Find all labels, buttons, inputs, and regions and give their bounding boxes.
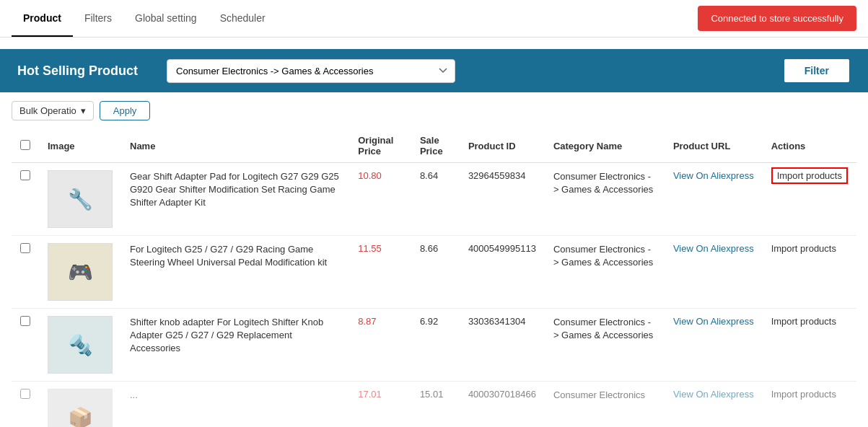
- table-row: 📦...17.0115.014000307018466Consumer Elec…: [12, 382, 856, 428]
- apply-button[interactable]: Apply: [100, 101, 151, 120]
- sale-price: 15.01: [420, 389, 444, 400]
- product-id: 4000307018466: [468, 389, 536, 400]
- import-products-link[interactable]: Import products: [771, 389, 836, 400]
- sale-price: 8.64: [420, 170, 438, 181]
- col-actions: Actions: [763, 129, 856, 163]
- filter-button[interactable]: Filter: [783, 58, 851, 84]
- tab-global-setting[interactable]: Global setting: [123, 1, 209, 37]
- row-url-cell: View On Aliexpress: [665, 309, 763, 382]
- row-sale-price-cell: 6.92: [411, 309, 460, 382]
- row-category-cell: Consumer Electronics -> Games & Accessor…: [545, 163, 665, 236]
- table-row: 🔩Shifter knob adapter For Logitech Shift…: [12, 309, 856, 382]
- row-original-price-cell: 8.87: [349, 309, 411, 382]
- select-all-checkbox[interactable]: [20, 140, 30, 150]
- view-on-aliexpress-link[interactable]: View On Aliexpress: [673, 316, 754, 327]
- row-sale-price-cell: 8.66: [411, 236, 460, 309]
- tab-product[interactable]: Product: [12, 1, 73, 37]
- col-checkbox: [12, 129, 39, 163]
- nav-tabs: Product Filters Global setting Scheduler: [12, 1, 698, 37]
- row-checkbox[interactable]: [20, 316, 30, 326]
- row-sale-price-cell: 8.64: [411, 163, 460, 236]
- row-original-price-cell: 10.80: [349, 163, 411, 236]
- product-image: 📦: [48, 389, 113, 427]
- product-name: For Logitech G25 / G27 / G29 Racing Game…: [130, 244, 327, 268]
- col-product-url: Product URL: [665, 129, 763, 163]
- header-bar: Hot Selling Product Consumer Electronics…: [0, 49, 868, 92]
- table-header-row: Image Name Original Price Sale Price Pro…: [12, 129, 856, 163]
- product-image: 🔧: [48, 170, 113, 228]
- row-product-id-cell: 4000549995113: [460, 236, 545, 309]
- category-name: Consumer Electronics -> Games & Accessor…: [553, 244, 653, 268]
- row-sale-price-cell: 15.01: [411, 382, 460, 428]
- category-name: Consumer Electronics -> Games & Accessor…: [553, 171, 653, 195]
- row-category-cell: Consumer Electronics -> Games & Accessor…: [545, 236, 665, 309]
- row-checkbox-cell: [12, 309, 39, 382]
- category-select[interactable]: Consumer Electronics -> Games & Accessor…: [167, 59, 455, 83]
- row-checkbox[interactable]: [20, 243, 30, 253]
- row-product-id-cell: 4000307018466: [460, 382, 545, 428]
- row-name-cell: ...: [121, 382, 349, 428]
- product-id: 4000549995113: [468, 243, 536, 254]
- import-products-link[interactable]: Import products: [771, 316, 836, 327]
- row-name-cell: Gear Shift Adapter Pad for Logitech G27 …: [121, 163, 349, 236]
- bulk-chevron-icon: ▾: [81, 105, 86, 116]
- row-actions-cell: Import products: [763, 163, 856, 236]
- toolbar: Bulk Operatio ▾ Apply: [0, 92, 868, 129]
- bulk-operation-select[interactable]: Bulk Operatio ▾: [12, 101, 94, 120]
- col-image: Image: [39, 129, 121, 163]
- row-name-cell: Shifter knob adapter For Logitech Shifte…: [121, 309, 349, 382]
- sale-price: 8.66: [420, 243, 438, 254]
- table-wrapper: Image Name Original Price Sale Price Pro…: [0, 129, 868, 427]
- product-table: Image Name Original Price Sale Price Pro…: [12, 129, 856, 427]
- import-products-link[interactable]: Import products: [771, 167, 848, 184]
- original-price: 11.55: [358, 243, 382, 254]
- row-product-id-cell: 33036341304: [460, 309, 545, 382]
- col-name: Name: [121, 129, 349, 163]
- col-product-id: Product ID: [460, 129, 545, 163]
- row-name-cell: For Logitech G25 / G27 / G29 Racing Game…: [121, 236, 349, 309]
- category-name: Consumer Electronics -> Games & Accessor…: [553, 317, 653, 340]
- view-on-aliexpress-link[interactable]: View On Aliexpress: [673, 243, 754, 254]
- original-price: 8.87: [358, 316, 376, 327]
- tab-scheduler[interactable]: Scheduler: [209, 1, 277, 37]
- row-original-price-cell: 11.55: [349, 236, 411, 309]
- product-id: 32964559834: [468, 170, 526, 181]
- original-price: 10.80: [358, 170, 382, 181]
- top-navigation: Product Filters Global setting Scheduler…: [0, 0, 868, 38]
- row-actions-cell: Import products: [763, 236, 856, 309]
- original-price: 17.01: [358, 389, 382, 400]
- bulk-operation-label: Bulk Operatio: [19, 105, 76, 116]
- connected-status-button: Connected to store successfully: [698, 6, 856, 31]
- table-row: 🔧Gear Shift Adapter Pad for Logitech G27…: [12, 163, 856, 236]
- row-checkbox-cell: [12, 236, 39, 309]
- product-name: Gear Shift Adapter Pad for Logitech G27 …: [130, 171, 339, 208]
- col-category-name: Category Name: [545, 129, 665, 163]
- row-actions-cell: Import products: [763, 382, 856, 428]
- import-products-link[interactable]: Import products: [771, 243, 836, 254]
- category-name: Consumer Electronics: [553, 389, 645, 400]
- col-original-price: Original Price: [349, 129, 411, 163]
- view-on-aliexpress-link[interactable]: View On Aliexpress: [673, 389, 754, 400]
- header-title: Hot Selling Product: [17, 63, 138, 79]
- category-select-wrap: Consumer Electronics -> Games & Accessor…: [167, 59, 455, 83]
- row-original-price-cell: 17.01: [349, 382, 411, 428]
- row-product-id-cell: 32964559834: [460, 163, 545, 236]
- row-image-cell: 📦: [39, 382, 121, 428]
- row-category-cell: Consumer Electronics: [545, 382, 665, 428]
- row-image-cell: 🎮: [39, 236, 121, 309]
- row-actions-cell: Import products: [763, 309, 856, 382]
- col-sale-price: Sale Price: [411, 129, 460, 163]
- sale-price: 6.92: [420, 316, 438, 327]
- tab-filters[interactable]: Filters: [73, 1, 123, 37]
- table-row: 🎮For Logitech G25 / G27 / G29 Racing Gam…: [12, 236, 856, 309]
- view-on-aliexpress-link[interactable]: View On Aliexpress: [673, 170, 754, 181]
- row-checkbox[interactable]: [20, 389, 30, 399]
- product-image: 🔩: [48, 316, 113, 374]
- product-name: Shifter knob adapter For Logitech Shifte…: [130, 317, 323, 353]
- row-checkbox-cell: [12, 163, 39, 236]
- row-checkbox[interactable]: [20, 170, 30, 180]
- row-image-cell: 🔧: [39, 163, 121, 236]
- row-url-cell: View On Aliexpress: [665, 236, 763, 309]
- row-checkbox-cell: [12, 382, 39, 428]
- product-id: 33036341304: [468, 316, 526, 327]
